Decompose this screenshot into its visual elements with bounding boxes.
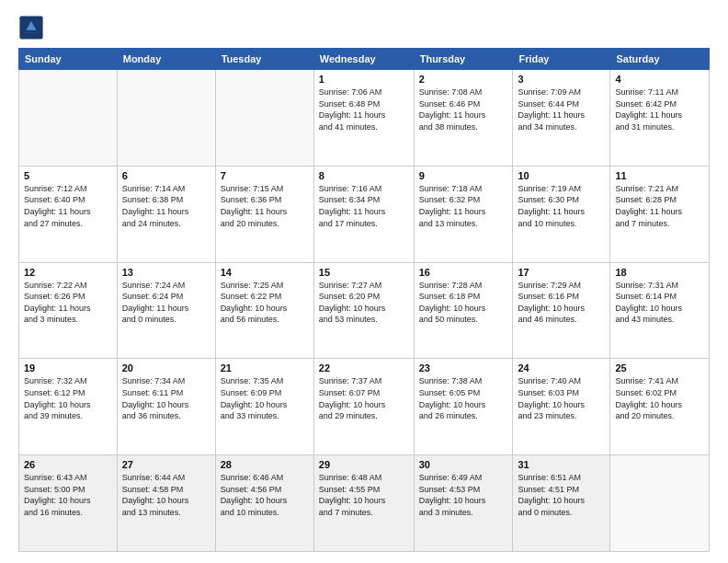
day-number: 27 (122, 459, 210, 470)
day-info: Sunrise: 7:15 AM Sunset: 6:36 PM Dayligh… (221, 183, 309, 229)
weekday-header-sunday: Sunday (19, 49, 118, 70)
weekday-header-row: SundayMondayTuesdayWednesdayThursdayFrid… (19, 49, 710, 70)
calendar-cell: 31Sunrise: 6:51 AM Sunset: 4:51 PM Dayli… (513, 455, 610, 552)
day-info: Sunrise: 7:28 AM Sunset: 6:18 PM Dayligh… (419, 280, 508, 326)
day-info: Sunrise: 7:35 AM Sunset: 6:09 PM Dayligh… (221, 375, 309, 421)
day-info: Sunrise: 6:46 AM Sunset: 4:56 PM Dayligh… (221, 472, 309, 518)
calendar-cell: 15Sunrise: 7:27 AM Sunset: 6:20 PM Dayli… (313, 262, 414, 359)
calendar-cell: 11Sunrise: 7:21 AM Sunset: 6:28 PM Dayli… (610, 166, 710, 262)
day-info: Sunrise: 7:18 AM Sunset: 6:32 PM Dayligh… (419, 183, 508, 229)
calendar-week-row: 5Sunrise: 7:12 AM Sunset: 6:40 PM Daylig… (19, 166, 710, 262)
calendar-cell: 17Sunrise: 7:29 AM Sunset: 6:16 PM Dayli… (513, 262, 610, 359)
weekday-header-thursday: Thursday (414, 49, 513, 70)
day-number: 2 (419, 74, 508, 85)
day-info: Sunrise: 7:08 AM Sunset: 6:46 PM Dayligh… (419, 86, 508, 132)
day-number: 21 (221, 362, 309, 373)
weekday-header-tuesday: Tuesday (215, 49, 313, 70)
day-number: 17 (518, 267, 605, 278)
day-number: 18 (615, 267, 704, 278)
weekday-header-friday: Friday (513, 49, 610, 70)
day-info: Sunrise: 6:51 AM Sunset: 4:51 PM Dayligh… (518, 472, 605, 518)
header (18, 15, 710, 40)
weekday-header-saturday: Saturday (610, 49, 710, 70)
calendar-cell: 18Sunrise: 7:31 AM Sunset: 6:14 PM Dayli… (610, 262, 710, 359)
calendar-cell: 2Sunrise: 7:08 AM Sunset: 6:46 PM Daylig… (414, 70, 513, 167)
calendar-cell: 6Sunrise: 7:14 AM Sunset: 6:38 PM Daylig… (117, 166, 215, 262)
day-info: Sunrise: 7:11 AM Sunset: 6:42 PM Dayligh… (615, 86, 704, 132)
day-info: Sunrise: 7:38 AM Sunset: 6:05 PM Dayligh… (419, 375, 508, 421)
calendar-cell: 9Sunrise: 7:18 AM Sunset: 6:32 PM Daylig… (414, 166, 513, 262)
calendar-cell (19, 70, 118, 167)
calendar-cell: 27Sunrise: 6:44 AM Sunset: 4:58 PM Dayli… (117, 455, 215, 552)
weekday-header-monday: Monday (117, 49, 215, 70)
calendar-cell: 10Sunrise: 7:19 AM Sunset: 6:30 PM Dayli… (513, 166, 610, 262)
calendar-cell: 16Sunrise: 7:28 AM Sunset: 6:18 PM Dayli… (414, 262, 513, 359)
day-info: Sunrise: 7:32 AM Sunset: 6:12 PM Dayligh… (24, 375, 112, 421)
day-info: Sunrise: 7:21 AM Sunset: 6:28 PM Dayligh… (615, 183, 704, 229)
day-info: Sunrise: 7:09 AM Sunset: 6:44 PM Dayligh… (518, 86, 605, 132)
day-info: Sunrise: 6:43 AM Sunset: 5:00 PM Dayligh… (24, 472, 112, 518)
page: SundayMondayTuesdayWednesdayThursdayFrid… (0, 0, 728, 563)
day-number: 31 (518, 459, 605, 470)
weekday-header-wednesday: Wednesday (313, 49, 414, 70)
day-number: 15 (319, 267, 409, 278)
calendar-cell: 30Sunrise: 6:49 AM Sunset: 4:53 PM Dayli… (414, 455, 513, 552)
day-number: 4 (615, 74, 704, 85)
day-info: Sunrise: 7:24 AM Sunset: 6:24 PM Dayligh… (122, 280, 210, 326)
day-number: 7 (221, 170, 309, 181)
calendar-week-row: 12Sunrise: 7:22 AM Sunset: 6:26 PM Dayli… (19, 262, 710, 359)
day-info: Sunrise: 7:14 AM Sunset: 6:38 PM Dayligh… (122, 183, 210, 229)
day-number: 1 (319, 74, 409, 85)
calendar-cell: 20Sunrise: 7:34 AM Sunset: 6:11 PM Dayli… (117, 359, 215, 455)
day-number: 5 (24, 170, 112, 181)
calendar-cell (610, 455, 710, 552)
calendar-table: SundayMondayTuesdayWednesdayThursdayFrid… (18, 48, 710, 552)
day-number: 12 (24, 267, 112, 278)
day-number: 16 (419, 267, 508, 278)
calendar-cell: 26Sunrise: 6:43 AM Sunset: 5:00 PM Dayli… (19, 455, 118, 552)
calendar-week-row: 1Sunrise: 7:06 AM Sunset: 6:48 PM Daylig… (19, 70, 710, 167)
day-info: Sunrise: 6:49 AM Sunset: 4:53 PM Dayligh… (419, 472, 508, 518)
calendar-cell: 23Sunrise: 7:38 AM Sunset: 6:05 PM Dayli… (414, 359, 513, 455)
day-info: Sunrise: 7:12 AM Sunset: 6:40 PM Dayligh… (24, 183, 112, 229)
day-number: 25 (615, 362, 704, 373)
calendar-cell: 4Sunrise: 7:11 AM Sunset: 6:42 PM Daylig… (610, 70, 710, 167)
day-info: Sunrise: 7:27 AM Sunset: 6:20 PM Dayligh… (319, 280, 409, 326)
day-info: Sunrise: 7:06 AM Sunset: 6:48 PM Dayligh… (319, 86, 409, 132)
calendar-cell: 25Sunrise: 7:41 AM Sunset: 6:02 PM Dayli… (610, 359, 710, 455)
svg-rect-2 (25, 30, 38, 33)
calendar-week-row: 19Sunrise: 7:32 AM Sunset: 6:12 PM Dayli… (19, 359, 710, 455)
day-number: 23 (419, 362, 508, 373)
day-number: 19 (24, 362, 112, 373)
day-info: Sunrise: 7:34 AM Sunset: 6:11 PM Dayligh… (122, 375, 210, 421)
day-number: 14 (221, 267, 309, 278)
calendar-cell (215, 70, 313, 167)
day-number: 10 (518, 170, 605, 181)
calendar-cell: 1Sunrise: 7:06 AM Sunset: 6:48 PM Daylig… (313, 70, 414, 167)
day-number: 29 (319, 459, 409, 470)
calendar-cell: 14Sunrise: 7:25 AM Sunset: 6:22 PM Dayli… (215, 262, 313, 359)
day-number: 8 (319, 170, 409, 181)
calendar-cell: 7Sunrise: 7:15 AM Sunset: 6:36 PM Daylig… (215, 166, 313, 262)
calendar-cell: 12Sunrise: 7:22 AM Sunset: 6:26 PM Dayli… (19, 262, 118, 359)
day-number: 9 (419, 170, 508, 181)
calendar-cell: 29Sunrise: 6:48 AM Sunset: 4:55 PM Dayli… (313, 455, 414, 552)
calendar-week-row: 26Sunrise: 6:43 AM Sunset: 5:00 PM Dayli… (19, 455, 710, 552)
day-info: Sunrise: 7:37 AM Sunset: 6:07 PM Dayligh… (319, 375, 409, 421)
day-info: Sunrise: 7:25 AM Sunset: 6:22 PM Dayligh… (221, 280, 309, 326)
day-number: 11 (615, 170, 704, 181)
calendar-cell: 21Sunrise: 7:35 AM Sunset: 6:09 PM Dayli… (215, 359, 313, 455)
day-info: Sunrise: 7:19 AM Sunset: 6:30 PM Dayligh… (518, 183, 605, 229)
day-info: Sunrise: 7:40 AM Sunset: 6:03 PM Dayligh… (518, 375, 605, 421)
calendar-cell: 13Sunrise: 7:24 AM Sunset: 6:24 PM Dayli… (117, 262, 215, 359)
day-info: Sunrise: 7:29 AM Sunset: 6:16 PM Dayligh… (518, 280, 605, 326)
day-number: 22 (319, 362, 409, 373)
day-number: 30 (419, 459, 508, 470)
calendar-cell: 28Sunrise: 6:46 AM Sunset: 4:56 PM Dayli… (215, 455, 313, 552)
day-info: Sunrise: 7:22 AM Sunset: 6:26 PM Dayligh… (24, 280, 112, 326)
calendar-cell: 19Sunrise: 7:32 AM Sunset: 6:12 PM Dayli… (19, 359, 118, 455)
day-number: 20 (122, 362, 210, 373)
calendar-cell: 8Sunrise: 7:16 AM Sunset: 6:34 PM Daylig… (313, 166, 414, 262)
day-info: Sunrise: 6:48 AM Sunset: 4:55 PM Dayligh… (319, 472, 409, 518)
logo (18, 15, 48, 40)
